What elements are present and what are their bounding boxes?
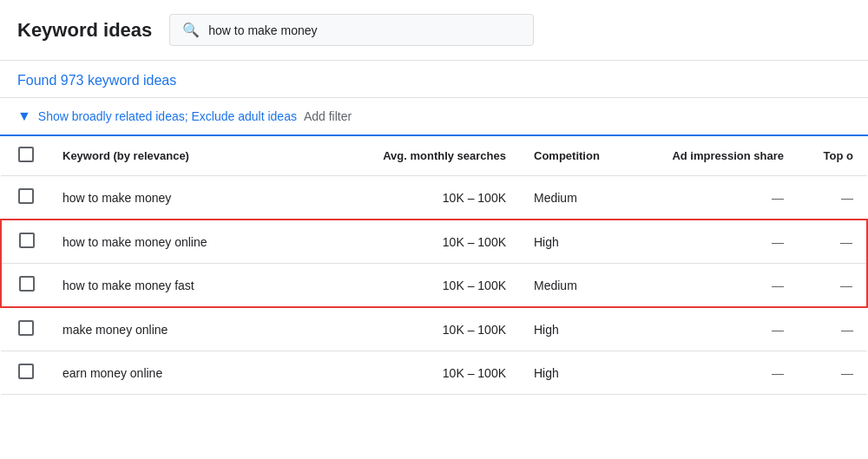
found-label: Found 973 keyword ideas (0, 61, 868, 98)
row-checkbox-cell[interactable] (1, 264, 49, 308)
table-row: how to make money fast 10K – 100K Medium… (1, 264, 867, 308)
row-top: — (798, 176, 867, 220)
row-impression: — (624, 351, 798, 395)
header: Keyword ideas 🔍 (0, 0, 868, 61)
row-searches: 10K – 100K (364, 307, 520, 351)
row-checkbox-cell[interactable] (1, 220, 49, 264)
row-checkbox[interactable] (19, 276, 35, 292)
col-impression-header: Ad impression share (624, 136, 798, 176)
select-all-checkbox[interactable] (18, 147, 34, 162)
table-header: Keyword (by relevance) Avg. monthly sear… (1, 136, 867, 176)
row-keyword: earn money online (49, 351, 364, 395)
row-competition: Medium (520, 176, 624, 220)
row-top: — (798, 264, 867, 308)
search-bar[interactable]: 🔍 (169, 14, 534, 46)
row-checkbox-cell[interactable] (1, 176, 49, 220)
col-searches-header: Avg. monthly searches (364, 136, 520, 176)
row-checkbox-cell[interactable] (1, 351, 49, 395)
row-impression: — (624, 307, 798, 351)
col-competition-header: Competition (520, 136, 624, 176)
table-row: how to make money 10K – 100K Medium — — (1, 176, 867, 220)
col-top-header: Top o (798, 136, 867, 176)
search-icon: 🔍 (182, 22, 200, 38)
filter-link[interactable]: Show broadly related ideas; Exclude adul… (38, 109, 297, 123)
table-row: earn money online 10K – 100K High — — (1, 351, 867, 395)
filter-bar: ▼ Show broadly related ideas; Exclude ad… (0, 98, 868, 136)
filter-icon: ▼ (17, 108, 31, 124)
search-input[interactable] (208, 23, 521, 37)
row-impression: — (624, 264, 798, 308)
page-title: Keyword ideas (17, 19, 152, 42)
row-searches: 10K – 100K (364, 220, 520, 264)
col-keyword-header: Keyword (by relevance) (49, 136, 364, 176)
row-competition: High (520, 307, 624, 351)
keyword-table: Keyword (by relevance) Avg. monthly sear… (0, 136, 868, 395)
row-keyword: how to make money (49, 176, 364, 220)
add-filter-button[interactable]: Add filter (304, 109, 352, 123)
row-top: — (798, 220, 867, 264)
row-keyword: how to make money online (49, 220, 364, 264)
row-top: — (798, 351, 867, 395)
row-competition: Medium (520, 264, 624, 308)
table-row: how to make money online 10K – 100K High… (1, 220, 867, 264)
row-checkbox[interactable] (18, 320, 34, 336)
row-keyword: make money online (49, 307, 364, 351)
row-searches: 10K – 100K (364, 176, 520, 220)
row-checkbox[interactable] (18, 188, 34, 204)
row-impression: — (624, 220, 798, 264)
row-searches: 10K – 100K (364, 264, 520, 308)
row-competition: High (520, 220, 624, 264)
select-all-header[interactable] (1, 136, 49, 176)
row-impression: — (624, 176, 798, 220)
table-row: make money online 10K – 100K High — — (1, 307, 867, 351)
row-checkbox[interactable] (18, 364, 34, 379)
row-checkbox[interactable] (19, 233, 35, 248)
row-checkbox-cell[interactable] (1, 307, 49, 351)
table-body: how to make money 10K – 100K Medium — — … (1, 176, 867, 395)
row-top: — (798, 307, 867, 351)
row-keyword: how to make money fast (49, 264, 364, 308)
row-searches: 10K – 100K (364, 351, 520, 395)
row-competition: High (520, 351, 624, 395)
